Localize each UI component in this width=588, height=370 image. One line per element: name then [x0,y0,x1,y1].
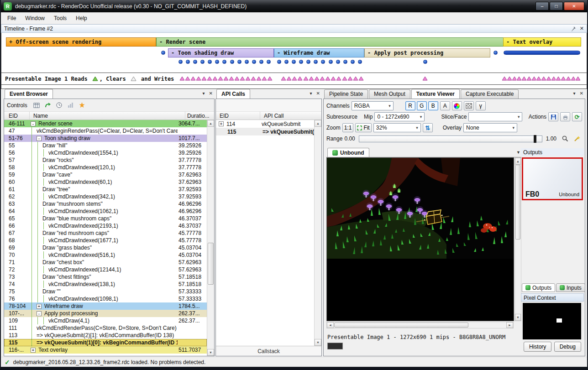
timeline-track[interactable]: Presentable Image 1 Reads , Clears and W… [1,33,587,89]
stats-chart-icon[interactable] [66,100,76,110]
drawcall-dot[interactable] [186,60,190,64]
event-row[interactable]: 62vkCmdDrawIndexed(342,1)37.92593 [4,193,207,200]
timeline-block[interactable]: - Toon shading draw [168,48,274,57]
event-row[interactable]: 65Draw "blue mushroom caps"46.37037 [4,215,207,222]
bookmark-star-icon[interactable] [77,100,87,110]
timeline-block[interactable]: - Text overlay [503,37,581,47]
drawcall-dot[interactable] [267,60,271,64]
texture-tab-unbound[interactable]: Unbound [327,148,369,157]
magnifier-icon[interactable] [560,134,570,144]
scroll-up-icon[interactable]: ▲ [515,158,521,165]
event-row[interactable]: 109vkCmdDraw(4,1)262.37... [4,317,207,324]
outputs-tab[interactable]: Outputs [522,283,555,292]
expander-plus-icon[interactable]: + [31,348,36,353]
chevron-down-icon[interactable]: ▾ [573,91,576,96]
zoom-1to1-button[interactable]: 1:1 [342,123,354,132]
menu-item-tools[interactable]: Tools [49,13,71,23]
drawcall-dot[interactable] [277,60,281,64]
checkerboard-button[interactable] [464,101,474,110]
api-calls-scrollbar[interactable]: ▲ ▼ [314,120,321,346]
event-row[interactable]: 75Draw ""57.33333 [4,288,207,295]
scroll-up-icon[interactable]: ▲ [315,120,321,127]
drawcall-dot[interactable] [200,60,205,64]
chevron-down-icon[interactable]: ▾ [310,91,312,96]
close-icon[interactable]: ✕ [580,26,584,31]
event-row[interactable]: 63Draw "mushroom stems"46.96296 [4,200,207,208]
event-row[interactable]: 55Draw "hill"39.25926 [4,142,207,149]
mip-dropdown[interactable]: 0 - 1272x690 ▾ [374,112,425,121]
time-durations-icon[interactable] [54,100,64,110]
event-row[interactable]: 69Draw "grass blades"45.03704 [4,244,207,251]
tab-pipeline-state[interactable]: Pipeline State [324,89,368,99]
drawcall-dot[interactable] [284,60,289,64]
drawcall-dot[interactable] [161,51,165,55]
menu-item-help[interactable]: Help [71,13,92,23]
expander-minus-icon[interactable]: - [31,121,36,126]
drawcall-dot[interactable] [208,60,212,64]
close-icon[interactable]: ✕ [209,91,213,96]
scroll-down-icon[interactable]: ▼ [207,349,214,356]
save-texture-button[interactable] [548,112,558,121]
overlay-dropdown[interactable]: None ▾ [463,123,517,132]
api-row[interactable]: 115=> vkQueueSubmit(1)[... [216,128,314,135]
drawcall-dot[interactable] [423,60,427,64]
event-row[interactable]: 76vkCmdDrawIndexed(1098,1)57.33333 [4,295,207,302]
gamma-button[interactable]: γ [476,101,486,110]
tab-mesh-output[interactable]: Mesh Output [369,89,410,99]
column-eid[interactable]: EID [216,113,260,119]
range-slider-handle[interactable] [534,135,536,143]
output-fb0-thumbnail[interactable]: FB0 Unbound [522,157,583,200]
drawcall-dot[interactable] [237,60,242,64]
pin-icon[interactable] [572,26,576,31]
event-row[interactable]: 66vkCmdDrawIndexed(2193,1)46.37037 [4,222,207,229]
channels-dropdown[interactable]: RGBA ▾ [352,101,394,110]
scroll-left-icon[interactable]: ◄ [327,322,334,328]
event-row[interactable]: 58vkCmdDrawIndexed(120,1)37.77778 [4,164,207,171]
goto-eid-icon[interactable] [43,100,53,110]
expander-minus-icon[interactable]: - [37,311,42,316]
event-row[interactable]: 56vkCmdDrawIndexed(1554,1)39.25926 [4,149,207,156]
autofit-wand-icon[interactable] [572,134,582,144]
event-row[interactable]: 78-104+Wireframe draw1784.5... [4,302,207,310]
drawcall-dot[interactable] [252,60,256,64]
api-row[interactable]: +114vkQueueSubmit [216,120,314,128]
texture-vertical-scrollbar[interactable]: ▲ ▼ [514,157,521,321]
column-eid[interactable]: EID [4,112,30,120]
channel-r-button[interactable]: R [405,101,415,110]
drawcall-dot[interactable] [329,60,333,64]
tab-texture-viewer[interactable]: Texture Viewer [411,89,460,99]
texture-list-chevron-icon[interactable]: ▼ [516,150,520,155]
event-row[interactable]: 46-111-Render scene3064.7... [4,120,207,127]
column-duration[interactable]: Duratio... [185,112,214,120]
alpha-channel-button[interactable]: A [440,101,450,110]
event-row[interactable]: 59Draw "cave"37.62963 [4,171,207,178]
event-row[interactable]: 116-...+Text overlay511.7037 [4,346,207,354]
drawcall-dot[interactable] [321,60,325,64]
scroll-up-icon[interactable]: ▲ [207,120,214,127]
event-row[interactable]: 72vkCmdDraw­Indexed(12144,1)57.62963 [4,266,207,273]
scrollbar-thumb[interactable] [334,323,468,328]
drawcall-dot[interactable] [299,60,303,64]
close-icon[interactable]: ✕ [580,91,583,96]
drawcall-dot[interactable] [222,60,226,64]
close-icon[interactable]: ✕ [316,91,320,96]
scroll-down-icon[interactable]: ▼ [515,314,521,321]
refresh-button[interactable]: ⟳ [572,112,582,121]
timeline-block[interactable]: + Off-screen scene rendering [6,37,156,47]
drawcall-dot[interactable] [193,60,197,64]
event-row[interactable]: 107-...-Apply post processing262.37... [4,310,207,317]
pixel-context-canvas[interactable] [523,303,581,339]
maximize-button[interactable]: □ [550,2,563,10]
tab-capture-executable[interactable]: Capture Executable [461,89,519,99]
export-texture-button[interactable] [560,112,570,121]
expander-plus-icon[interactable]: + [37,304,42,309]
drawcall-dot[interactable] [245,60,249,64]
drawcall-dot[interactable] [351,60,355,64]
column-name[interactable]: Name [30,113,185,119]
channel-b-button[interactable]: B [428,101,438,110]
inputs-tab[interactable]: Inputs [556,283,585,292]
tab-event-browser[interactable]: Event Browser [5,89,53,99]
event-row[interactable]: 73Draw "chest fittings"57.18518 [4,273,207,281]
debug-button[interactable]: Debug [554,342,581,352]
scroll-right-icon[interactable]: ► [506,322,513,328]
